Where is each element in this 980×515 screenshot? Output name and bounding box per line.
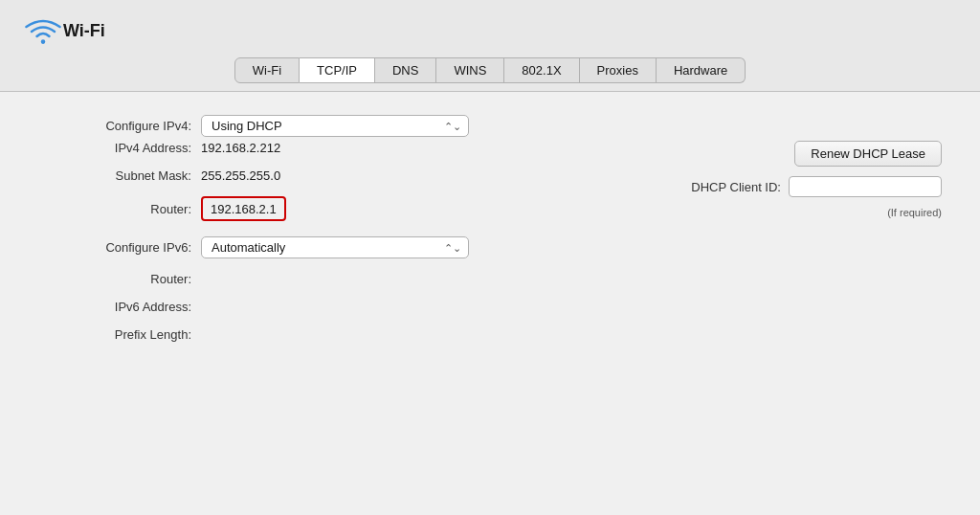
- subnet-mask-value: 255.255.255.0: [201, 168, 280, 183]
- prefix-length-row: Prefix Length:: [38, 327, 942, 342]
- ipv6-router-row: Router:: [38, 272, 942, 286]
- ipv4-right-panel: Renew DHCP Lease DHCP Client ID: (If req…: [672, 141, 942, 218]
- title-bar: Wi-Fi: [0, 0, 980, 57]
- ipv6-router-label: Router:: [38, 272, 191, 286]
- svg-point-0: [41, 39, 45, 43]
- ipv4-address-label: IPv4 Address:: [38, 141, 191, 155]
- subnet-mask-label: Subnet Mask:: [38, 168, 191, 183]
- ipv4-address-row: IPv4 Address: 192.168.2.212: [38, 141, 672, 155]
- router-row: Router: 192.168.2.1: [38, 196, 672, 221]
- configure-ipv4-select-wrapper: Using DHCP Manually Using BOOTP Off ⌃⌄: [201, 115, 469, 137]
- prefix-length-label: Prefix Length:: [38, 327, 191, 342]
- tab-dns[interactable]: DNS: [375, 57, 436, 83]
- dhcp-client-label: DHCP Client ID:: [691, 180, 781, 194]
- configure-ipv6-select-wrapper: Automatically Manually Link-local only O…: [201, 236, 469, 258]
- tab-wins[interactable]: WINS: [436, 57, 504, 83]
- router-value-highlight: 192.168.2.1: [201, 196, 286, 221]
- router-label: Router:: [38, 202, 191, 216]
- renew-dhcp-button[interactable]: Renew DHCP Lease: [794, 141, 942, 167]
- if-required-label: (If required): [887, 207, 942, 218]
- configure-ipv4-row: Configure IPv4: Using DHCP Manually Usin…: [38, 115, 942, 137]
- dhcp-client-row: DHCP Client ID:: [691, 176, 942, 197]
- tab-hardware[interactable]: Hardware: [657, 57, 746, 83]
- configure-ipv6-row: Configure IPv6: Automatically Manually L…: [38, 236, 942, 258]
- ipv6-address-label: IPv6 Address:: [38, 300, 191, 314]
- content-area: Configure IPv4: Using DHCP Manually Usin…: [0, 91, 980, 515]
- configure-ipv6-select[interactable]: Automatically Manually Link-local only O…: [201, 236, 469, 258]
- tab-8021x[interactable]: 802.1X: [504, 57, 579, 83]
- configure-ipv6-label: Configure IPv6:: [38, 240, 191, 255]
- wifi-icon: [23, 15, 63, 46]
- tab-proxies[interactable]: Proxies: [580, 57, 657, 83]
- subnet-mask-row: Subnet Mask: 255.255.255.0: [38, 168, 672, 183]
- router-value: 192.168.2.1: [211, 202, 277, 216]
- tab-bar: Wi-Fi TCP/IP DNS WINS 802.1X Proxies Har…: [0, 57, 980, 91]
- ipv4-address-value: 192.168.2.212: [201, 141, 280, 155]
- ipv6-address-row: IPv6 Address:: [38, 300, 942, 314]
- page-title: Wi-Fi: [63, 21, 105, 41]
- ipv4-left-panel: IPv4 Address: 192.168.2.212 Subnet Mask:…: [38, 141, 672, 221]
- tab-wifi[interactable]: Wi-Fi: [234, 57, 300, 83]
- dhcp-client-input[interactable]: [789, 176, 942, 197]
- tab-tcpip[interactable]: TCP/IP: [300, 57, 375, 83]
- configure-ipv4-select[interactable]: Using DHCP Manually Using BOOTP Off: [201, 115, 469, 137]
- configure-ipv4-label: Configure IPv4:: [38, 119, 191, 133]
